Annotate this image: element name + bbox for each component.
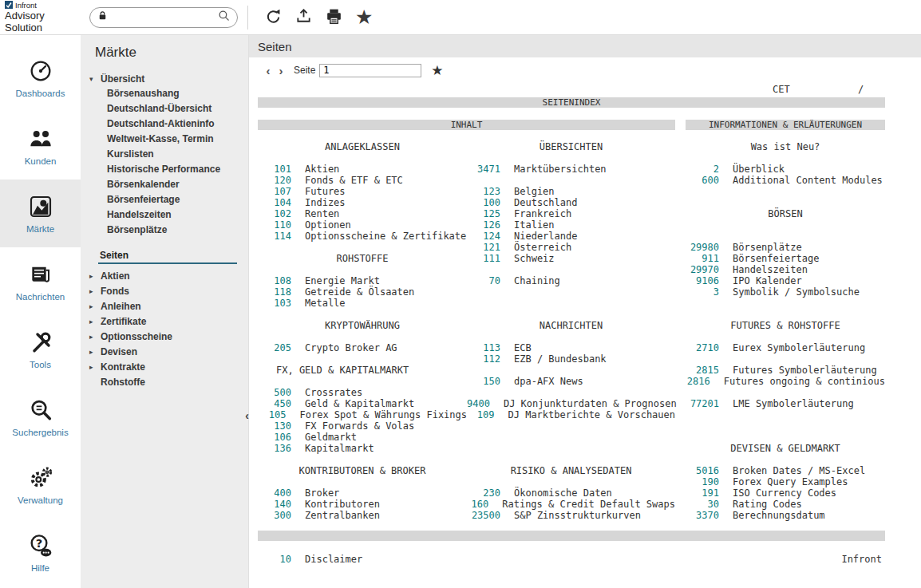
page-number[interactable]: 29970	[686, 264, 719, 275]
forward-button[interactable]: ›	[275, 64, 287, 77]
page-link-handelszeiten[interactable]: 29970Handelszeiten	[686, 264, 885, 275]
page-number[interactable]: 120	[258, 175, 291, 186]
page-number[interactable]: 70	[467, 275, 500, 286]
page-number[interactable]: 77201	[686, 398, 719, 409]
page-number[interactable]: 450	[258, 398, 291, 409]
page-number[interactable]: 150	[467, 376, 500, 387]
page-link-indizes[interactable]: 104Indizes	[258, 197, 467, 208]
page-number[interactable]: 100	[467, 197, 500, 208]
page-number[interactable]: 101	[258, 164, 291, 175]
tree-item-kurslisten[interactable]: Kurslisten	[81, 147, 248, 162]
page-link-label[interactable]: S&P Zinsstrukturkurven	[514, 510, 641, 521]
page-number[interactable]: 5016	[686, 465, 719, 476]
page-number[interactable]: 30	[686, 499, 719, 510]
page-link-crossrates[interactable]: 500Crossrates	[258, 387, 467, 398]
page-number[interactable]: 130	[258, 420, 291, 432]
sidebar-item-dashboards[interactable]: Dashboards	[0, 44, 81, 112]
page-link-label[interactable]: Geldmarkt	[305, 432, 357, 443]
page-link-label[interactable]: Renten	[305, 208, 339, 219]
page-link-forex-query-examples[interactable]: 190Forex Query Examples	[686, 476, 885, 487]
page-link-label[interactable]: Handelszeiten	[733, 264, 808, 275]
page-link-label[interactable]: Ökonomische Daten	[514, 487, 612, 499]
tree-item-b-rsenaushang[interactable]: Börsenaushang	[81, 86, 248, 101]
page-number[interactable]: 190	[686, 476, 719, 487]
page-number[interactable]: 9106	[686, 275, 719, 286]
page-link-dj-marktberichte-vorschauen[interactable]: 109DJ Marktberichte & Vorschauen	[467, 409, 675, 420]
page-link-label[interactable]: Niederlande	[514, 231, 577, 242]
page-link-label[interactable]: Optionsscheine & Zertifikate	[305, 231, 466, 242]
page-link-label[interactable]: Crypto Broker AG	[305, 342, 397, 353]
page-number[interactable]: 102	[258, 208, 291, 219]
page-link-energie-markt[interactable]: 108Energie Markt	[258, 275, 467, 286]
page-link-label[interactable]: Energie Markt	[305, 275, 380, 286]
page-link-label[interactable]: Optionen	[305, 219, 351, 231]
tree-item-kontrakte[interactable]: ▸Kontrakte	[81, 359, 248, 374]
refresh-button[interactable]	[258, 5, 289, 30]
page-link-getreide-lsaaten[interactable]: 118Getreide & Ölsaaten	[258, 286, 467, 298]
page-link-label[interactable]: FX Forwards & Volas	[305, 420, 414, 432]
page-link-optionen[interactable]: 110Optionen	[258, 219, 467, 231]
page-link-label[interactable]: ISO Currency Codes	[733, 487, 836, 499]
page-number[interactable]: 160	[467, 499, 488, 510]
page-link-label[interactable]: Fonds & ETF & ETC	[305, 175, 403, 186]
page-number[interactable]: 2815	[686, 365, 719, 376]
sidebar-item-hilfe[interactable]: ?Hilfe	[0, 519, 81, 586]
page-link-label[interactable]: Futures ongoing & continious	[724, 376, 885, 387]
page-link-geldmarkt[interactable]: 106Geldmarkt	[258, 432, 467, 443]
page-number[interactable]: 2710	[686, 342, 719, 353]
page-link-label[interactable]: ECB	[514, 342, 532, 353]
page-link-label[interactable]: Additional Content Modules	[733, 175, 883, 186]
sidebar-item-verwaltung[interactable]: Verwaltung	[0, 451, 81, 519]
page-link-italien[interactable]: 126Italien	[467, 219, 675, 231]
page-link-crypto-broker-ag[interactable]: 205Crypto Broker AG	[258, 342, 467, 353]
page-link-lme-symbolerl-uterung[interactable]: 77201LME Symbolerläuterung	[686, 398, 885, 409]
page-link-fonds-etf-etc[interactable]: 120Fonds & ETF & ETC	[258, 175, 467, 186]
page-number[interactable]: 3	[686, 286, 719, 298]
page-number[interactable]: 112	[467, 353, 500, 365]
page-number[interactable]: 121	[467, 242, 500, 253]
page-link-forex-spot-w-hrungs-fixings[interactable]: 105Forex Spot & Währungs Fixings	[258, 409, 467, 420]
page-number[interactable]: 108	[258, 275, 291, 286]
page-number[interactable]: 123	[467, 186, 500, 197]
page-link-b-rsenpl-tze[interactable]: 29980Börsenplätze	[686, 242, 885, 253]
page-number[interactable]: 106	[258, 432, 291, 443]
page-link-dpa-afx-news[interactable]: 150dpa-AFX News	[467, 376, 675, 387]
tree-item-aktien[interactable]: ▸Aktien	[81, 268, 248, 283]
tree-item-deutschland-aktieninfo[interactable]: Deutschland-Aktieninfo	[81, 116, 248, 132]
chevron-right-icon[interactable]: ▸	[89, 302, 101, 310]
page-link-label[interactable]: dpa-AFX News	[514, 376, 583, 387]
page-link-aktien[interactable]: 101Aktien	[258, 164, 467, 175]
page-number[interactable]: 23500	[467, 510, 500, 521]
tree-item-b-rsenpl-tze[interactable]: Börsenplätze	[81, 223, 248, 238]
page-number[interactable]: 205	[258, 342, 291, 353]
page-link-label[interactable]: Symbolik / Symbolsuche	[733, 286, 860, 298]
page-number[interactable]: 140	[258, 499, 291, 510]
page-link-label[interactable]: Geld & Kapitalmarkt	[305, 398, 414, 409]
chevron-right-icon[interactable]: ▸	[89, 272, 101, 280]
page-link-label[interactable]: Forex Query Examples	[733, 476, 848, 487]
page-number[interactable]: 3370	[686, 510, 719, 521]
page-number-input[interactable]	[319, 64, 421, 77]
page-link-label[interactable]: Börsenplätze	[733, 242, 802, 253]
search-input[interactable]	[112, 11, 214, 24]
back-button[interactable]: ‹	[262, 64, 275, 77]
page-link-label[interactable]: IPO Kalender	[733, 275, 802, 286]
page-link-chaining[interactable]: 70Chaining	[467, 275, 675, 286]
page-number[interactable]: 107	[258, 186, 291, 197]
page-link-fx-forwards-volas[interactable]: 130FX Forwards & Volas	[258, 420, 467, 432]
bookmark-star-icon[interactable]: ★	[431, 62, 443, 79]
page-number[interactable]: 109	[467, 409, 494, 420]
page-link-label[interactable]: Börsenfeiertage	[733, 253, 819, 264]
page-number[interactable]: 126	[467, 219, 500, 231]
page-link-label[interactable]: Broker	[305, 487, 339, 499]
page-number[interactable]: 111	[467, 253, 500, 264]
page-link-additional-content-modules[interactable]: 600Additional Content Modules	[686, 175, 885, 186]
tree-item-fonds[interactable]: ▸Fonds	[81, 283, 248, 298]
page-number[interactable]: 500	[258, 387, 291, 398]
tree-item-deutschland-bersicht[interactable]: Deutschland-Übersicht	[81, 101, 248, 116]
collapse-panel-button[interactable]: ‹	[241, 407, 253, 424]
page-link-frankreich[interactable]: 125Frankreich	[467, 208, 675, 219]
tree-item-optionsscheine[interactable]: ▸Optionsscheine	[81, 329, 248, 344]
search-icon[interactable]	[217, 9, 231, 26]
sidebar-item-suchergebnis[interactable]: Suchergebnis	[0, 383, 81, 451]
